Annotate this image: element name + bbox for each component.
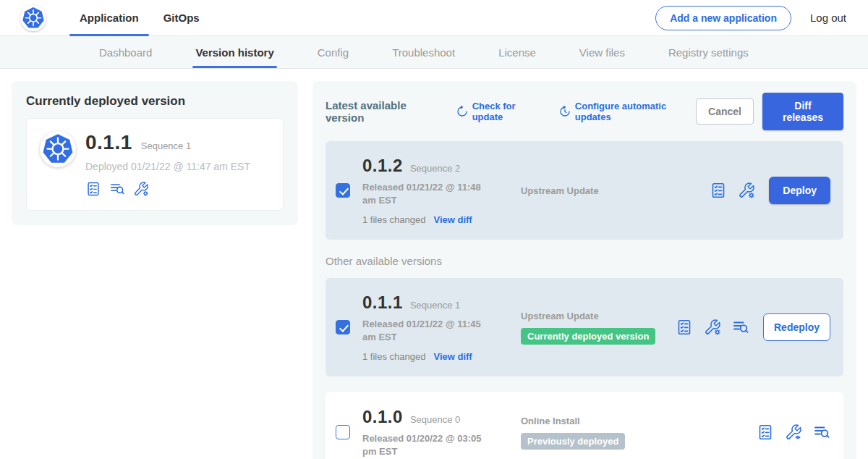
kubernetes-logo-icon [20,5,46,31]
version-sequence: Sequence 1 [410,300,460,311]
check-for-update-link[interactable]: Check for update [456,101,543,122]
app-sub-nav: Dashboard Version history Config Trouble… [0,36,868,69]
top-nav: Application GitOps Add a new application… [0,0,868,36]
version-source-label: Upstream Update [521,185,599,196]
preflight-checks-icon[interactable] [710,182,727,199]
preflight-checks-icon[interactable] [676,319,693,336]
version-source-label: Upstream Update [521,311,655,321]
view-diff-link[interactable]: View diff [433,214,472,225]
version-source-label: Online Install [521,416,625,426]
topnav-tabs: Application GitOps [69,0,214,36]
tab-gitops[interactable]: GitOps [153,0,210,36]
preflight-checks-icon[interactable] [85,181,101,197]
tab-dashboard[interactable]: Dashboard [99,36,152,68]
version-row: 0.1.2 Sequence 2 Released 01/21/22 @ 11:… [326,141,843,240]
deployed-timestamp: Deployed 01/21/22 @ 11:47 am EST [85,161,250,172]
files-changed-label: 1 files changed [362,214,425,225]
redeploy-button[interactable]: Redeploy [763,313,830,341]
add-application-button[interactable]: Add a new application [655,6,791,30]
version-released: Released 01/20/22 @ 03:05 pm EST [362,432,494,458]
deployed-version-number: 0.1.1 [85,131,132,154]
auto-updates-icon [559,106,571,117]
edit-config-icon[interactable] [704,319,721,336]
version-checkbox[interactable] [336,425,350,439]
currently-deployed-panel: Currently deployed version 0.1.1 Sequenc… [12,81,298,225]
version-row: 0.1.0 Sequence 0 Released 01/20/22 @ 03:… [326,392,843,459]
view-config-icon[interactable] [785,424,802,441]
previously-deployed-badge: Previously deployed [521,433,625,450]
version-checkbox[interactable] [336,320,350,334]
tab-version-history[interactable]: Version history [195,36,273,68]
version-history-panel: Latest available version Check for updat… [312,81,856,459]
view-logs-icon[interactable] [109,181,125,197]
check-for-update-label: Check for update [472,101,543,122]
tab-config[interactable]: Config [318,36,349,68]
tab-troubleshoot[interactable]: Troubleshoot [392,36,455,68]
tab-license[interactable]: License [498,36,536,68]
currently-deployed-title: Currently deployed version [26,94,284,109]
diff-releases-button[interactable]: Diff releases [762,93,843,130]
configure-auto-updates-label: Configure automatic updates [575,101,696,122]
version-number: 0.1.2 [362,156,403,176]
tab-view-files[interactable]: View files [579,36,625,68]
kubernetes-app-icon [40,131,76,167]
view-logs-icon[interactable] [813,424,830,441]
deployed-version-card: 0.1.1 Sequence 1 Deployed 01/21/22 @ 11:… [26,118,284,211]
main-content: Currently deployed version 0.1.1 Sequenc… [0,69,868,459]
version-row: 0.1.1 Sequence 1 Released 01/21/22 @ 11:… [326,278,843,376]
cancel-button[interactable]: Cancel [696,98,754,125]
tab-application[interactable]: Application [69,0,149,36]
edit-config-icon[interactable] [133,181,149,197]
edit-config-icon[interactable] [738,182,755,199]
view-logs-icon[interactable] [732,319,749,336]
version-released: Released 01/21/22 @ 11:45 am EST [362,318,494,343]
view-diff-link[interactable]: View diff [433,351,472,362]
configure-auto-updates-link[interactable]: Configure automatic updates [559,101,696,122]
tab-registry-settings[interactable]: Registry settings [668,36,749,68]
preflight-checks-icon[interactable] [757,424,774,441]
version-number: 0.1.0 [362,407,403,427]
check-update-icon [456,106,468,117]
version-sequence: Sequence 2 [410,163,460,174]
version-number: 0.1.1 [362,292,403,313]
currently-deployed-badge: Currently deployed version [521,328,655,345]
latest-available-title: Latest available version [326,99,441,124]
version-checkbox[interactable] [336,183,350,198]
deploy-button[interactable]: Deploy [769,177,830,204]
files-changed-label: 1 files changed [362,351,425,362]
version-sequence: Sequence 0 [410,414,460,425]
version-released: Released 01/21/22 @ 11:48 am EST [362,181,494,206]
deployed-sequence: Sequence 1 [141,140,191,151]
logout-link[interactable]: Log out [810,12,846,24]
other-versions-title: Other available versions [326,255,843,267]
